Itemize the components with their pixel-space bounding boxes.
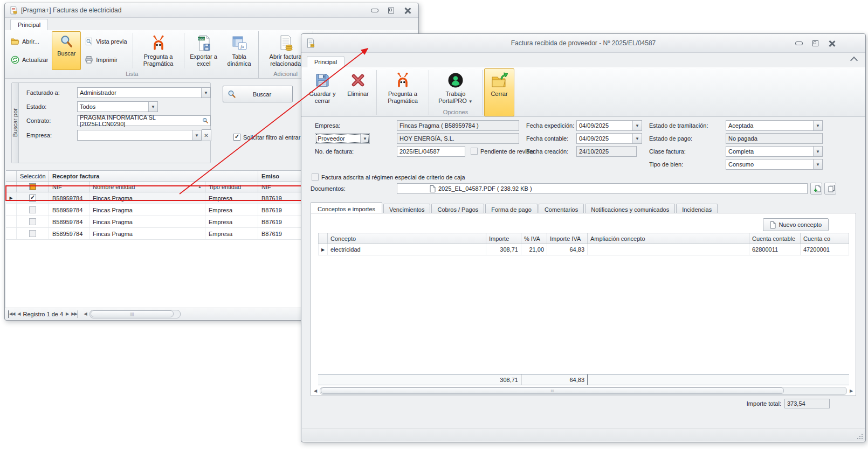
last-record-button[interactable]: ▶▶ — [71, 310, 78, 318]
abrir-button[interactable]: Abrir... — [7, 36, 52, 47]
column-header[interactable]: Cuenta contable — [749, 233, 801, 244]
close-button[interactable] — [825, 39, 837, 47]
add-document-icon — [814, 185, 821, 192]
chevron-down-icon[interactable]: ▼ — [192, 130, 201, 140]
facturado-a-select[interactable]: Administrador ▼ — [77, 87, 211, 98]
scroll-left-icon[interactable]: ◀ — [84, 310, 87, 318]
pregunta-pragmatica-button[interactable]: Pregunta a Pragmática — [378, 68, 427, 116]
ribbon-tab-row: Principal — [5, 17, 418, 31]
guardar-y-cerrar-button[interactable]: Guardar y cerrar — [304, 68, 341, 116]
scroll-left-icon[interactable]: ◀ — [312, 388, 319, 393]
selected-row-highlight — [5, 185, 302, 201]
next-record-button[interactable]: ▶ — [66, 310, 68, 318]
estado-pago-label: Estado de pago: — [649, 133, 692, 144]
fecha-expedicion-field[interactable]: 04/09/2025▼ — [576, 120, 642, 131]
chevron-down-icon[interactable]: ▼ — [813, 121, 822, 130]
search-icon — [228, 90, 236, 99]
tipo-bien-select[interactable]: Consumo▼ — [726, 159, 823, 170]
scrollbar-thumb[interactable]: |||| — [91, 310, 174, 317]
svg-text:fx: fx — [240, 44, 244, 49]
checkbox-unchecked-icon — [29, 230, 36, 237]
list-window-titlebar[interactable]: [Pragma+] Facturas de electricidad — [5, 3, 418, 18]
tabla-dinamica-button[interactable]: fx Tabla dinámica — [222, 31, 257, 70]
prev-record-button[interactable]: ◀ — [17, 310, 20, 318]
cerrar-button[interactable]: Cerrar — [484, 68, 514, 116]
copy-document-button[interactable] — [824, 183, 836, 195]
first-record-button[interactable]: ◀◀ — [8, 310, 15, 318]
empresa-label: Empresa: — [315, 120, 340, 131]
detail-window: Factura recibida de proveedor - Nº 2025/… — [301, 33, 866, 442]
buscar-por-side-tab[interactable]: Buscar por — [12, 83, 19, 163]
search-icon[interactable] — [201, 116, 210, 126]
no-factura-input[interactable]: 2025/EL/04587 — [397, 146, 465, 157]
chevron-down-icon[interactable]: ▼ — [201, 88, 210, 98]
scroll-right-icon[interactable]: ▶ — [848, 388, 855, 393]
document-chip[interactable]: 2025_EL_04587.PDF ( 238.92 KB ) — [430, 185, 532, 192]
empresa-select[interactable]: ▼ — [77, 130, 202, 141]
detail-window-titlebar[interactable]: Factura recibida de proveedor - Nº 2025/… — [301, 34, 865, 53]
contrato-input[interactable]: PRAGMA INFORMATICA SL [2025ELCN0290] — [77, 115, 211, 126]
chevron-down-icon[interactable]: ▼ — [632, 121, 642, 130]
estado-select[interactable]: Todos ▼ — [77, 101, 158, 112]
column-header[interactable]: Cuenta co — [801, 233, 849, 244]
ribbon-group-label: Opciones — [431, 108, 480, 116]
restore-button[interactable] — [809, 39, 821, 47]
regimen-criterio-caja-checkbox[interactable]: Factura adscrita al régimen especial de … — [312, 174, 465, 181]
restore-button[interactable] — [385, 6, 397, 15]
chevron-down-icon[interactable]: ▼ — [632, 134, 642, 143]
nuevo-concepto-button[interactable]: Nuevo concepto — [763, 218, 829, 231]
row-checkbox[interactable] — [17, 216, 49, 227]
clase-factura-select[interactable]: Completa▼ — [726, 146, 823, 157]
pregunta-pragmatica-button[interactable]: Pregunta a Pragmática — [135, 31, 182, 70]
empresa-field[interactable]: Fincas Pragma ( B58959784 ) — [397, 120, 519, 131]
minimize-button[interactable] — [369, 6, 381, 15]
row-checkbox[interactable] — [17, 204, 49, 216]
chevron-down-icon[interactable]: ▼ — [148, 102, 157, 112]
actualizar-button[interactable]: Actualizar — [7, 54, 52, 66]
fecha-contable-field[interactable]: 04/09/2025▼ — [576, 133, 642, 144]
exportar-excel-button[interactable]: XLSX Exportar a excel — [186, 31, 222, 70]
ribbon-group-opciones: Trabajo PortalPRO ▼ Opciones — [431, 68, 480, 116]
empresa-label: Empresa: — [19, 132, 77, 138]
table-row[interactable]: ▶ electricidad 308,71 21,00 64,83 628000… — [318, 244, 849, 255]
estado-pago-field: No pagada — [726, 133, 823, 144]
column-header[interactable]: Importe — [486, 233, 521, 244]
buscar-button[interactable]: Buscar — [52, 31, 81, 70]
column-header[interactable]: Importe IVA — [547, 233, 588, 244]
tab-principal[interactable]: Principal — [10, 19, 48, 31]
add-document-button[interactable] — [810, 183, 822, 195]
proveedor-type-select[interactable]: Proveedor▼ — [315, 133, 370, 144]
importe-total-label: Importe total: — [727, 398, 781, 409]
checkbox-unchecked-icon — [471, 148, 478, 155]
vista-previa-button[interactable]: Vista previa — [81, 36, 130, 47]
file-icon — [430, 185, 436, 192]
chevron-down-icon[interactable]: ▼ — [813, 159, 822, 169]
horizontal-scrollbar[interactable]: ◀ |||| ▶ — [312, 386, 855, 395]
minimize-button[interactable] — [793, 39, 805, 47]
trabajo-portalpro-button[interactable]: Trabajo PortalPRO ▼ — [431, 68, 480, 108]
chevron-down-icon[interactable]: ▼ — [360, 134, 369, 143]
column-header[interactable]: Ampliación concepto — [588, 233, 749, 244]
horizontal-scrollbar[interactable]: |||| — [89, 310, 181, 318]
estado-tramitacion-select[interactable]: Aceptada▼ — [726, 120, 823, 131]
row-checkbox[interactable] — [17, 228, 49, 239]
buscar-filter-button[interactable]: Buscar — [223, 86, 293, 102]
chevron-down-icon[interactable]: ▼ — [813, 147, 822, 156]
scrollbar-thumb[interactable]: |||| — [321, 387, 784, 394]
pendiente-revisar-checkbox[interactable]: Pendiente de revisar — [471, 148, 535, 155]
imprimir-button[interactable]: Imprimir — [81, 54, 130, 66]
close-button[interactable] — [401, 6, 413, 15]
no-factura-label: No. de factura: — [315, 146, 354, 157]
checkbox-unchecked-icon — [312, 174, 319, 181]
documentos-field[interactable]: 2025_EL_04587.PDF ( 238.92 KB ) — [397, 183, 808, 194]
eliminar-button[interactable]: Eliminar — [341, 68, 375, 116]
solicitar-filtro-checkbox[interactable]: Solicitar filtro al entrar — [233, 134, 300, 141]
resize-grip[interactable] — [856, 433, 863, 439]
preview-icon — [85, 37, 93, 46]
proveedor-field[interactable]: HOY ENERGÍA, S.L. — [397, 133, 519, 144]
clear-icon[interactable]: ✕ — [202, 129, 211, 141]
collapse-ribbon-icon[interactable] — [850, 57, 858, 64]
column-header[interactable]: Concepto — [328, 233, 486, 244]
tab-principal[interactable]: Principal — [307, 56, 345, 68]
column-header[interactable]: % IVA — [521, 233, 547, 244]
